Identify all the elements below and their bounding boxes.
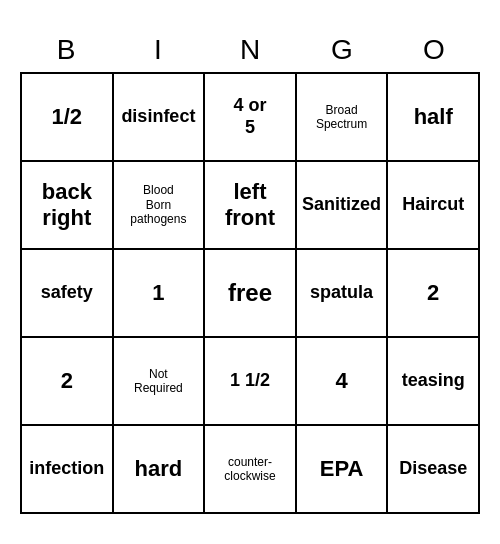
cell-text-r1-c0: back right (42, 179, 92, 232)
cell-r4-c2: counter- clockwise (205, 426, 297, 514)
cell-r3-c2: 1 1/2 (205, 338, 297, 426)
cell-r2-c4: 2 (388, 250, 480, 338)
cell-text-r1-c1: Blood Born pathogens (130, 183, 186, 226)
cell-r2-c1: 1 (114, 250, 206, 338)
cell-r4-c4: Disease (388, 426, 480, 514)
cell-r0-c4: half (388, 74, 480, 162)
cell-text-r0-c3: Broad Spectrum (316, 103, 367, 132)
cell-r3-c1: Not Required (114, 338, 206, 426)
cell-text-r3-c4: teasing (402, 370, 465, 392)
cell-text-r1-c4: Haircut (402, 194, 464, 216)
cell-r3-c0: 2 (22, 338, 114, 426)
cell-text-r4-c0: infection (29, 458, 104, 480)
cell-text-r4-c3: EPA (320, 456, 364, 482)
cell-text-r0-c4: half (414, 104, 453, 130)
cell-r1-c3: Sanitized (297, 162, 389, 250)
cell-r4-c1: hard (114, 426, 206, 514)
cell-r1-c1: Blood Born pathogens (114, 162, 206, 250)
cell-text-r2-c3: spatula (310, 282, 373, 304)
cell-r2-c2: free (205, 250, 297, 338)
cell-text-r1-c2: left front (225, 179, 275, 232)
cell-text-r4-c1: hard (135, 456, 183, 482)
cell-text-r3-c1: Not Required (134, 367, 183, 396)
cell-text-r0-c2: 4 or 5 (233, 95, 266, 138)
cell-r2-c0: safety (22, 250, 114, 338)
cell-r0-c1: disinfect (114, 74, 206, 162)
bingo-card: BINGO 1/2disinfect4 or 5Broad Spectrumha… (20, 30, 480, 514)
cell-text-r3-c0: 2 (61, 368, 73, 394)
cell-text-r0-c1: disinfect (121, 106, 195, 128)
cell-text-r2-c1: 1 (152, 280, 164, 306)
cell-text-r2-c4: 2 (427, 280, 439, 306)
cell-r1-c2: left front (205, 162, 297, 250)
cell-r0-c3: Broad Spectrum (297, 74, 389, 162)
bingo-header: BINGO (20, 30, 480, 70)
cell-r4-c0: infection (22, 426, 114, 514)
cell-r4-c3: EPA (297, 426, 389, 514)
cell-text-r0-c0: 1/2 (52, 104, 83, 130)
cell-r0-c0: 1/2 (22, 74, 114, 162)
cell-text-r1-c3: Sanitized (302, 194, 381, 216)
cell-text-r3-c3: 4 (335, 368, 347, 394)
header-letter-O: O (388, 30, 480, 70)
cell-text-r4-c4: Disease (399, 458, 467, 480)
cell-r1-c0: back right (22, 162, 114, 250)
cell-r3-c4: teasing (388, 338, 480, 426)
header-letter-I: I (112, 30, 204, 70)
cell-text-r4-c2: counter- clockwise (224, 455, 275, 484)
header-letter-G: G (296, 30, 388, 70)
cell-text-r2-c2: free (228, 279, 272, 308)
cell-r0-c2: 4 or 5 (205, 74, 297, 162)
header-letter-N: N (204, 30, 296, 70)
cell-r3-c3: 4 (297, 338, 389, 426)
cell-r2-c3: spatula (297, 250, 389, 338)
cell-r1-c4: Haircut (388, 162, 480, 250)
bingo-grid: 1/2disinfect4 or 5Broad Spectrumhalfback… (20, 72, 480, 514)
header-letter-B: B (20, 30, 112, 70)
cell-text-r2-c0: safety (41, 282, 93, 304)
cell-text-r3-c2: 1 1/2 (230, 370, 270, 392)
